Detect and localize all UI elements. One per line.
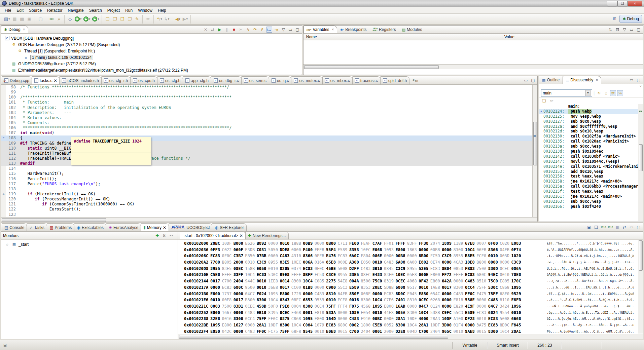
editor-tab-os-cfg-r-h[interactable]: cos_cfg_r.h [101, 76, 131, 84]
chevron-down-icon[interactable]: ▼ [585, 90, 591, 96]
disassembly-line[interactable]: 0010215a: call 0x106bb3 <ProcessManagerI… [539, 184, 643, 189]
minimize-icon[interactable]: ▭ [629, 224, 635, 230]
tab-registers[interactable]: 10100101Registers [370, 26, 399, 33]
remove-memory-monitor-icon[interactable]: ✖ [161, 233, 167, 239]
memory-vscrollbar[interactable] [638, 240, 643, 334]
pin-memory-icon[interactable]: ▣ [586, 224, 592, 230]
expander-icon[interactable]: ◇ [4, 243, 10, 246]
chevron-down-icon[interactable]: ▾ [80, 17, 81, 21]
view-menu-icon[interactable]: ▽ [280, 27, 286, 33]
maximize-icon[interactable]: ▢ [636, 224, 642, 230]
save-button[interactable]: ▦ [11, 15, 18, 23]
format-1010-icon[interactable]: 1010 [607, 224, 613, 230]
editor-tab-os-cfg-h[interactable]: cos_cfg.h [157, 76, 183, 84]
close-icon[interactable]: ✕ [240, 233, 243, 238]
menu-refactor[interactable]: Refactor [44, 7, 65, 13]
memory-hscrollbar[interactable] [178, 334, 643, 339]
menu-help[interactable]: Help [155, 7, 169, 13]
tab-modules[interactable]: ▤Modules [399, 26, 425, 33]
disassembly-line[interactable]: 00102166: push $0xf4240 [539, 204, 643, 209]
memory-row[interactable]: 0x0010210EC5E8FFFF83FF10C4EC83530CB9E8FF… [178, 272, 643, 278]
code-line[interactable]: 120 if (ProcessManagerInit() == OK) [1, 197, 537, 202]
chevron-down-icon[interactable]: ▾ [168, 17, 169, 21]
memory-row[interactable]: 0x001022F4E850042C0000C483FF0CFC7575FF68… [178, 328, 643, 334]
remove-all-monitors-icon[interactable]: ✖✖ [168, 233, 174, 239]
minimize-icon[interactable]: ▭ [523, 77, 529, 83]
edit-icon[interactable]: ✏ [549, 98, 555, 104]
view-menu-icon[interactable]: ▽ [640, 84, 642, 88]
rendering-tab-start-0x102000-traditional[interactable]: _start : 0x102000 <Traditional>✕ [180, 231, 246, 239]
memory-monitor-item[interactable]: ◇▦_start [1, 241, 178, 247]
new-memory-view-icon[interactable]: ❏ [593, 224, 599, 230]
restart-icon[interactable]: ⇄ [210, 27, 216, 33]
tab-console[interactable]: ▤Console [2, 223, 27, 231]
disassembly-line[interactable]: 00102147: movl $0x10944c,(%esp) [539, 159, 643, 164]
code-line[interactable]: 99 [1, 90, 537, 95]
memory-row[interactable]: 0x001021E6001000E80017B300830010C4834308… [178, 297, 643, 303]
disassembly-line[interactable]: 0010213d: push $0x1094ec [539, 149, 643, 154]
memory-row[interactable]: 0x0010228832E8001683000CC475FFFF0C0875C8… [178, 316, 643, 322]
code-line[interactable]: 100/************************************… [1, 95, 537, 100]
link-renderings-icon[interactable]: ⇄ [621, 224, 628, 230]
code-line[interactable]: ◉119 if (MicrokernelInit() == OK) [1, 192, 537, 197]
column-value[interactable]: Value [502, 35, 514, 39]
editor-tab-os-dbg-r-c[interactable]: cos_dbg_r.c [211, 76, 242, 84]
debug-tree-item[interactable]: ⚙Thread [1] (Suspended: Breakpoint hit.) [1, 48, 302, 54]
code-line[interactable]: 106 ************************************… [1, 125, 537, 130]
chevron-down-icon[interactable]: ▾ [160, 17, 162, 21]
editor-tab-traceusr-c[interactable]: ctraceusr.c [352, 76, 381, 84]
memory-row[interactable]: 0x0010206CEC830F0CC3B7E85007BB0000C48343… [178, 253, 643, 259]
column-name[interactable]: Name [303, 35, 502, 39]
refresh-icon[interactable]: ↻ [596, 90, 602, 96]
disassembly-line[interactable]: 00102130: call 0x102f3a <HardwareInit> [539, 134, 643, 139]
menu-project[interactable]: Project [105, 7, 122, 13]
open-view-button[interactable]: ❐ [126, 15, 133, 23]
home-icon[interactable]: ⌂ [603, 90, 609, 96]
debug-perspective-button[interactable]: ✱ Debug [619, 15, 642, 23]
toggle-mark-occurrences-button[interactable]: ✎ [133, 15, 141, 23]
disassembly-line[interactable]: 00102153: add $0x10,%esp [539, 169, 643, 174]
tab-eurosanalyse[interactable]: ✷EurosAnalyse [106, 223, 141, 231]
code-line[interactable]: 104 * Return values: --- [1, 115, 537, 120]
save-all-button[interactable]: ▩ [18, 15, 26, 23]
code-line[interactable]: 103 * Parameters: --- [1, 110, 537, 115]
annotate-button[interactable]: ✏ [144, 15, 152, 23]
memory-row[interactable]: 0x001021440017C7002404944C00101EE8001483… [178, 278, 643, 284]
menu-search[interactable]: Search [86, 7, 105, 13]
minimize-button[interactable]: — [607, 1, 617, 6]
tab-debug[interactable]: ✱ Debug ✕ [1, 26, 28, 33]
close-icon[interactable]: ✕ [332, 28, 334, 31]
close-icon[interactable]: ✕ [596, 78, 598, 82]
tab-variables[interactable]: (x)=Variables✕ [303, 26, 337, 33]
tab-breakpoints[interactable]: ◉◦Breakpoints [337, 26, 369, 33]
maximize-icon[interactable]: ▢ [294, 27, 300, 33]
show-type-names-icon[interactable]: ⇅ [607, 27, 613, 33]
tab-executables[interactable]: ◉Executables [74, 223, 106, 231]
close-button[interactable]: ✕ [628, 1, 642, 6]
minimize-icon[interactable]: ▭ [287, 27, 293, 33]
editor-tab-cpld-def-h[interactable]: ccpld_def.h [380, 76, 409, 84]
menu-run[interactable]: Run [122, 7, 135, 13]
tab-outline[interactable]: ▦Outline [539, 76, 563, 84]
last-edit-location-button[interactable]: ↰▾ [155, 15, 163, 23]
debug-tree-item[interactable]: ⚙GDB Hardware Debugger (2/7/12 5:12 PM) … [1, 41, 302, 48]
new-view-icon[interactable]: ❏ [541, 98, 547, 104]
code-editor[interactable]: 98/* Functions *************************… [1, 85, 537, 217]
memory-row[interactable]: 0x0010221C0003750083D10CEC458D50F0F9E800… [178, 303, 643, 310]
disassembly-line[interactable]: 00102142: call 0x1038bf <Panic> [539, 154, 643, 159]
minimize-icon[interactable]: ▭ [629, 27, 635, 33]
open-element-button[interactable]: ▢ [37, 15, 44, 23]
disconnect-icon[interactable]: ✂ [238, 27, 244, 33]
debug-tree-item[interactable]: ▥E:\rheinmetall\target\examples\tasks\i3… [1, 67, 302, 73]
disassembly-line[interactable]: 00102127: sub $0x8,%esp [539, 119, 643, 124]
editor-tab-os-q-c[interactable]: cos_q.c [269, 76, 291, 84]
code-line[interactable]: 98/* Functions *************************… [1, 85, 537, 90]
disassembly-label[interactable]: main: [539, 104, 643, 109]
editor-hscrollbar[interactable] [1, 217, 537, 222]
disassembly-line[interactable]: 0010214e: call 0x103571 <MicrokernelInit… [539, 164, 643, 169]
disassembly-location-combo[interactable]: main ▼ [541, 89, 592, 97]
terminate-icon[interactable]: ■ [231, 27, 237, 33]
next-annotation-button[interactable]: ↳▾ [163, 15, 170, 23]
sync-active-context-icon[interactable]: ⇄ [610, 90, 616, 96]
minimize-icon[interactable]: ▭ [629, 77, 635, 83]
